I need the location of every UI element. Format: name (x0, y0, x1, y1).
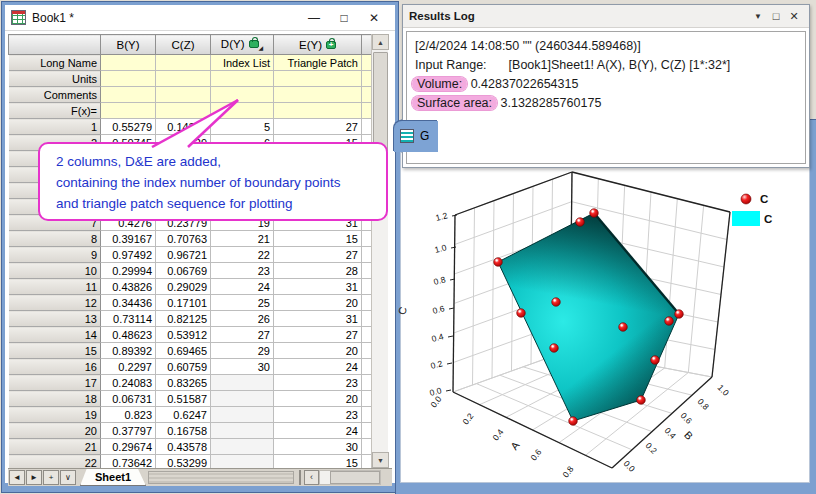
data-cell[interactable]: 24 (211, 279, 274, 295)
maximize-button[interactable]: □ (329, 8, 359, 28)
tab-nav-left-icon[interactable]: ◄ (9, 470, 25, 485)
data-cell[interactable]: 0.48623 (101, 327, 156, 343)
3d-convex-hull-plot[interactable]: 1.21.00.80.60.40.20.00.00.20.40.60.80.00… (390, 145, 810, 490)
row-number[interactable]: 9 (9, 247, 101, 263)
data-cell[interactable]: 0.89392 (101, 343, 156, 359)
data-cell[interactable]: 23 (274, 375, 362, 391)
row-number[interactable]: 10 (9, 263, 101, 279)
data-cell[interactable]: 28 (274, 263, 362, 279)
results-log-content[interactable]: [2/4/2024 14:08:50 "" (2460344.589468)] … (406, 31, 806, 164)
data-cell[interactable]: 0.43578 (156, 439, 211, 455)
data-cell[interactable]: 0.37797 (101, 423, 156, 439)
close-button[interactable]: ✕ (359, 8, 389, 28)
data-cell[interactable]: 31 (274, 311, 362, 327)
results-log-maximize-button[interactable]: □ (767, 10, 785, 22)
data-cell[interactable]: 27 (274, 247, 362, 263)
data-cell[interactable]: 27 (211, 327, 274, 343)
label-cell[interactable] (156, 71, 211, 87)
scroll-down-icon[interactable]: ▼ (372, 452, 389, 468)
data-cell[interactable]: 0.2297 (101, 359, 156, 375)
data-cell[interactable]: 20 (274, 295, 362, 311)
data-cell[interactable]: 0.29674 (101, 439, 156, 455)
data-cell[interactable]: 0.73114 (101, 311, 156, 327)
row-number[interactable]: 12 (9, 295, 101, 311)
data-cell[interactable]: 27 (274, 327, 362, 343)
data-cell[interactable]: 22 (211, 247, 274, 263)
column-header-B(Y)[interactable]: B(Y) (101, 35, 156, 55)
label-cell[interactable]: Index List (211, 55, 274, 71)
corner-cell[interactable] (9, 35, 101, 55)
data-cell[interactable]: 0.16758 (156, 423, 211, 439)
data-cell[interactable]: 0.53912 (156, 327, 211, 343)
row-number[interactable]: 18 (9, 391, 101, 407)
data-cell[interactable] (211, 375, 274, 391)
data-cell[interactable] (211, 423, 274, 439)
hscroll-left-icon[interactable]: ‹ (304, 470, 319, 485)
row-label[interactable]: Long Name (9, 55, 101, 71)
results-log-close-button[interactable]: ✕ (785, 10, 803, 23)
data-cell[interactable]: 23 (274, 407, 362, 423)
row-number[interactable]: 14 (9, 327, 101, 343)
tab-nav-right-icon[interactable]: ► (26, 470, 42, 485)
label-cell[interactable] (274, 87, 362, 103)
data-cell[interactable] (211, 407, 274, 423)
data-cell[interactable]: 0.69465 (156, 343, 211, 359)
data-cell[interactable]: 21 (211, 231, 274, 247)
data-cell[interactable]: 24 (274, 359, 362, 375)
minimize-button[interactable]: — (299, 8, 329, 28)
data-cell[interactable]: 15 (274, 231, 362, 247)
label-cell[interactable] (274, 71, 362, 87)
row-number[interactable]: 21 (9, 439, 101, 455)
row-label[interactable]: Comments (9, 87, 101, 103)
data-cell[interactable]: 0.60759 (156, 359, 211, 375)
add-sheet-button[interactable]: + (43, 470, 59, 485)
data-cell[interactable]: 0.51587 (156, 391, 211, 407)
results-log-titlebar[interactable]: Results Log ▼ □ ✕ (403, 5, 809, 28)
data-cell[interactable]: 0.70763 (156, 231, 211, 247)
row-number[interactable]: 19 (9, 407, 101, 423)
data-cell[interactable]: 0.823 (101, 407, 156, 423)
row-number[interactable]: 13 (9, 311, 101, 327)
label-cell[interactable] (274, 103, 362, 119)
data-cell[interactable]: 0.82125 (156, 311, 211, 327)
data-cell[interactable]: 0.24083 (101, 375, 156, 391)
data-cell[interactable]: 31 (274, 279, 362, 295)
data-cell[interactable]: 20 (274, 343, 362, 359)
label-cell[interactable] (211, 71, 274, 87)
sheet-list-button[interactable]: ∨ (60, 470, 76, 485)
column-header-E(Y)[interactable]: E(Y) (274, 35, 362, 55)
data-cell[interactable]: 0.17101 (156, 295, 211, 311)
row-label[interactable]: Units (9, 71, 101, 87)
row-number[interactable]: 15 (9, 343, 101, 359)
data-cell[interactable] (211, 391, 274, 407)
data-cell[interactable]: 27 (274, 119, 362, 135)
data-cell[interactable]: 0.06769 (156, 263, 211, 279)
data-cell[interactable]: 30 (274, 439, 362, 455)
column-header-D(Y)[interactable]: D(Y)◢ (211, 35, 274, 55)
row-number[interactable]: 16 (9, 359, 101, 375)
label-cell[interactable]: Triangle Patch (274, 55, 362, 71)
data-cell[interactable]: 0.96721 (156, 247, 211, 263)
data-cell[interactable]: 26 (211, 311, 274, 327)
label-cell[interactable] (101, 55, 156, 71)
label-cell[interactable] (156, 55, 211, 71)
graph-window-titlebar[interactable]: G (394, 121, 438, 152)
data-cell[interactable]: 0.43826 (101, 279, 156, 295)
data-cell[interactable]: 29 (211, 343, 274, 359)
horizontal-scrollbar[interactable] (319, 470, 381, 485)
row-number[interactable]: 20 (9, 423, 101, 439)
data-cell[interactable]: 0.29029 (156, 279, 211, 295)
data-cell[interactable]: 0.6247 (156, 407, 211, 423)
lock-menu-caret-icon[interactable]: ◢ (259, 45, 264, 51)
row-number[interactable]: 11 (9, 279, 101, 295)
vertical-scrollbar[interactable]: ▲ ▼ (371, 34, 388, 468)
row-number[interactable]: 17 (9, 375, 101, 391)
data-cell[interactable]: 24 (274, 423, 362, 439)
workbook-titlebar[interactable]: Book1 * — □ ✕ (5, 5, 395, 31)
data-cell[interactable]: 0.83265 (156, 375, 211, 391)
data-cell[interactable]: 30 (211, 359, 274, 375)
data-cell[interactable]: 25 (211, 295, 274, 311)
label-cell[interactable] (101, 71, 156, 87)
row-number[interactable]: 1 (9, 119, 101, 135)
row-number[interactable]: 8 (9, 231, 101, 247)
